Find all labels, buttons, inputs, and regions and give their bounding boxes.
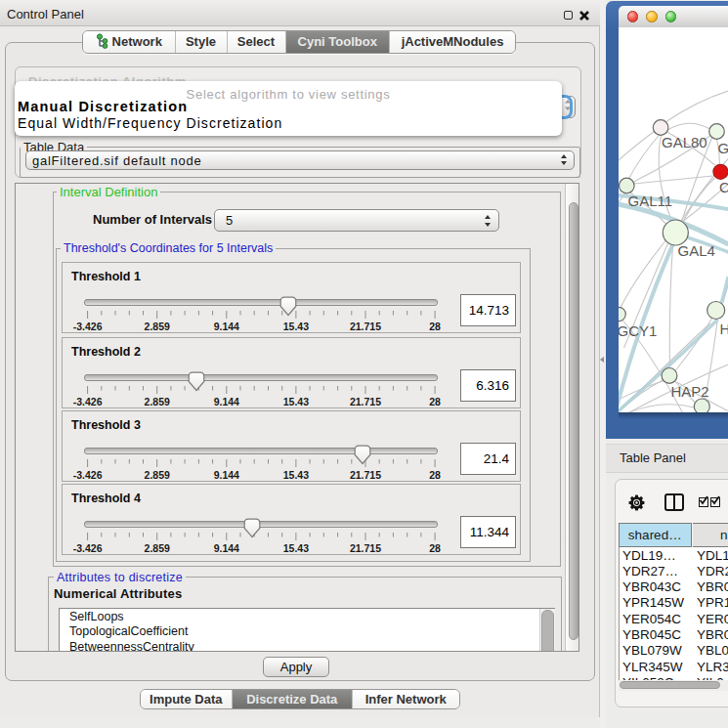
svg-text:GAL4: GAL4 bbox=[677, 242, 714, 259]
svg-text:GAL11: GAL11 bbox=[627, 193, 672, 209]
svg-text:C: C bbox=[719, 179, 728, 195]
svg-text:H: H bbox=[719, 321, 728, 337]
svg-text:GCY1: GCY1 bbox=[619, 322, 657, 339]
svg-text:GAL80: GAL80 bbox=[662, 134, 707, 150]
svg-text:HAP2: HAP2 bbox=[670, 383, 708, 400]
svg-text:GA: GA bbox=[717, 140, 728, 156]
